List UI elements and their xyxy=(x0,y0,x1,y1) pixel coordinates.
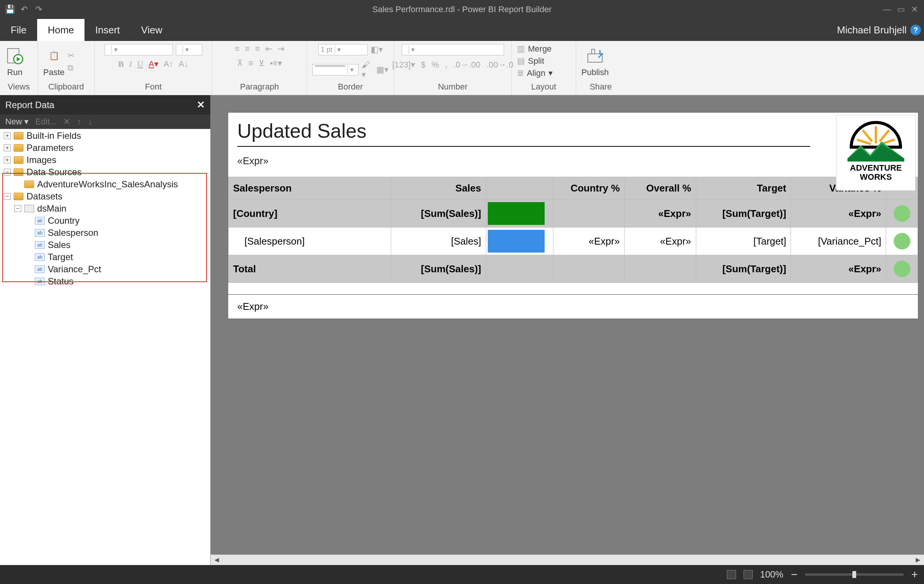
design-canvas[interactable]: ADVENTURE WORKS Updated Sales «Expr» xyxy=(211,95,924,565)
tab-view[interactable]: View xyxy=(130,19,173,41)
tree-field[interactable]: Sales xyxy=(48,240,71,250)
tree-field[interactable]: Target xyxy=(48,252,73,262)
panel-new-button[interactable]: New ▾ xyxy=(5,117,28,127)
underline-button[interactable]: U xyxy=(137,59,143,69)
expander-icon[interactable]: − xyxy=(15,205,21,212)
table-row-country[interactable]: [Country] [Sum(Sales)] «Expr» [Sum(Targe… xyxy=(229,200,918,228)
table-row-total[interactable]: Total [Sum(Sales)] [Sum(Target)] «Expr» xyxy=(229,255,918,283)
font-size-combo[interactable]: ▾ xyxy=(176,44,202,55)
publish-button[interactable]: Publish xyxy=(581,46,609,77)
col-sales[interactable]: Sales xyxy=(391,177,486,200)
tree-datasources[interactable]: Data Sources xyxy=(26,167,81,177)
cut-icon[interactable]: ✂ xyxy=(68,51,74,61)
border-style-combo[interactable]: ▾ xyxy=(312,64,358,76)
col-indicator[interactable] xyxy=(486,177,553,200)
tree-images[interactable]: Images xyxy=(26,155,56,165)
border-width-combo[interactable]: 1 pt▾ xyxy=(318,44,368,55)
expander-icon[interactable]: + xyxy=(4,132,11,139)
placeholder-icon[interactable]: [123]▾ xyxy=(392,60,415,70)
tree-field[interactable]: Status xyxy=(48,276,74,287)
percent-icon[interactable]: % xyxy=(432,60,439,70)
zoom-out-icon[interactable]: − xyxy=(791,568,798,581)
expander-icon[interactable]: − xyxy=(4,193,11,200)
help-icon[interactable]: ? xyxy=(910,25,921,35)
copy-icon[interactable]: ⧉ xyxy=(68,63,74,73)
status-indicator[interactable] xyxy=(894,205,910,222)
panel-close-icon[interactable]: ✕ xyxy=(197,99,205,111)
save-icon[interactable]: 💾 xyxy=(5,4,15,15)
zoom-in-icon[interactable]: + xyxy=(911,568,918,581)
panel-moveup-icon[interactable]: ↑ xyxy=(77,117,81,127)
shrink-font-button[interactable]: A↓ xyxy=(178,59,188,69)
thousands-icon[interactable]: , xyxy=(445,60,447,70)
undo-icon[interactable]: ↶ xyxy=(19,4,30,15)
report-title[interactable]: Updated Sales xyxy=(237,119,810,142)
panel-edit-button[interactable]: Edit... xyxy=(35,117,56,127)
tree-dataset-dsmain[interactable]: dsMain xyxy=(37,203,66,214)
minimize-icon[interactable]: — xyxy=(883,5,891,15)
horizontal-scrollbar[interactable]: ◄ ► xyxy=(211,554,924,565)
tree-datasource-item[interactable]: AdventureWorksInc_SalesAnalysis xyxy=(37,179,178,190)
bullets-icon[interactable]: •≡▾ xyxy=(270,58,282,68)
tree-field[interactable]: Country xyxy=(48,215,79,226)
inc-indent-icon[interactable]: ⇥ xyxy=(277,44,284,54)
fill-color-icon[interactable]: 🖌▾ xyxy=(361,60,373,79)
report-subtitle-expr[interactable]: «Expr» xyxy=(228,150,918,177)
font-color-button[interactable]: A▾ xyxy=(148,59,158,69)
col-target[interactable]: Target xyxy=(696,177,791,200)
report-surface[interactable]: ADVENTURE WORKS Updated Sales «Expr» xyxy=(228,112,918,319)
grow-font-button[interactable]: A↑ xyxy=(164,59,173,69)
scroll-right-icon[interactable]: ► xyxy=(914,556,922,564)
maximize-icon[interactable]: ▭ xyxy=(897,5,905,15)
run-button[interactable]: Run xyxy=(5,46,24,77)
dec-indent-icon[interactable]: ⇤ xyxy=(265,44,272,54)
inc-decimal-icon[interactable]: .0→.00 xyxy=(454,60,480,70)
align-center-icon[interactable]: ≡ xyxy=(245,44,250,54)
tree-field[interactable]: Salesperson xyxy=(48,228,98,238)
redo-icon[interactable]: ↷ xyxy=(33,4,44,15)
table-header-row[interactable]: Salesperson Sales Country % Overall % Ta… xyxy=(229,177,918,200)
border-preset-icon[interactable]: ▦▾ xyxy=(376,65,388,75)
col-salesperson[interactable]: Salesperson xyxy=(229,177,391,200)
col-country-pct[interactable]: Country % xyxy=(553,177,625,200)
merge-button[interactable]: ▥Merge xyxy=(517,44,551,54)
col-overall-pct[interactable]: Overall % xyxy=(625,177,696,200)
status-indicator[interactable] xyxy=(894,233,910,250)
expander-icon[interactable]: + xyxy=(4,144,11,151)
status-icon-1[interactable] xyxy=(727,570,736,579)
font-family-combo[interactable]: ▾ xyxy=(105,44,173,55)
border-color-icon[interactable]: ◧▾ xyxy=(371,45,383,55)
panel-delete-icon[interactable]: ✕ xyxy=(63,117,70,127)
scroll-left-icon[interactable]: ◄ xyxy=(213,556,221,564)
number-format-combo[interactable]: ▾ xyxy=(402,44,504,55)
tab-home[interactable]: Home xyxy=(37,19,84,41)
valign-top-icon[interactable]: ⊼ xyxy=(237,58,243,68)
align-left-icon[interactable]: ≡ xyxy=(234,44,239,54)
tree-builtin[interactable]: Built-in Fields xyxy=(26,131,81,141)
italic-button[interactable]: I xyxy=(129,59,132,69)
align-button[interactable]: ≣Align ▾ xyxy=(517,68,553,78)
valign-mid-icon[interactable]: ≡ xyxy=(248,58,253,68)
align-right-icon[interactable]: ≡ xyxy=(255,44,260,54)
dec-decimal-icon[interactable]: .00→.0 xyxy=(486,60,513,70)
tab-file[interactable]: File xyxy=(0,19,37,41)
zoom-slider[interactable] xyxy=(805,573,904,576)
report-table[interactable]: Salesperson Sales Country % Overall % Ta… xyxy=(228,177,918,283)
tree-field[interactable]: Variance_Pct xyxy=(48,264,101,275)
split-button[interactable]: ▤Split xyxy=(517,56,544,66)
tree-datasets[interactable]: Datasets xyxy=(26,191,63,202)
expander-icon[interactable]: + xyxy=(4,157,11,164)
tab-insert[interactable]: Insert xyxy=(84,19,130,41)
currency-icon[interactable]: $ xyxy=(421,60,426,70)
close-window-icon[interactable]: ✕ xyxy=(911,5,918,15)
databar-country[interactable] xyxy=(488,202,544,225)
valign-bot-icon[interactable]: ⊻ xyxy=(259,58,264,68)
databar-salesperson[interactable] xyxy=(488,230,544,253)
bold-button[interactable]: B xyxy=(118,59,124,69)
status-indicator[interactable] xyxy=(894,261,910,277)
report-footer-expr[interactable]: «Expr» xyxy=(228,294,918,319)
status-icon-2[interactable] xyxy=(744,570,753,579)
tree-parameters[interactable]: Parameters xyxy=(26,142,74,153)
table-row-salesperson[interactable]: [Salesperson] [Sales] «Expr» «Expr» [Tar… xyxy=(229,228,918,255)
paste-button[interactable]: 📋 Paste xyxy=(43,46,64,77)
